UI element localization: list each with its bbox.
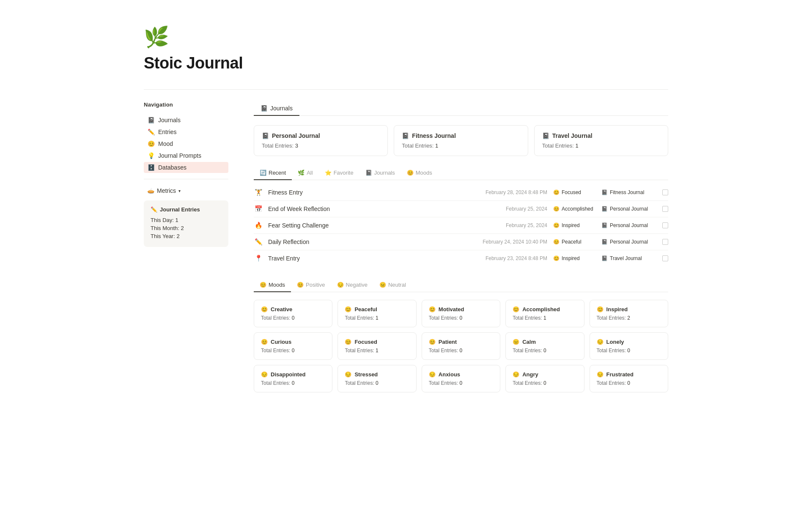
mood-card[interactable]: 😊 Focused Total Entries: 1: [337, 332, 416, 360]
mood-card-icon: 😊: [345, 306, 351, 312]
entry-icon: 📅: [254, 205, 263, 213]
filter-icon: ⭐: [325, 170, 332, 176]
journal-icon: 📓: [601, 222, 608, 228]
journal-card[interactable]: 📓 Personal Journal Total Entries: 3: [254, 125, 388, 156]
mood-filter-tab-moods-all[interactable]: 😊 Moods: [254, 278, 291, 292]
journal-card[interactable]: 📓 Fitness Journal Total Entries: 1: [394, 125, 528, 156]
journal-icon: 📓: [601, 255, 608, 261]
sidebar-item-label: Databases: [158, 164, 187, 171]
mood-card-icon: 😊: [597, 306, 604, 312]
journal-icon: 📓: [601, 239, 608, 245]
entry-journal: 📓 Personal Journal: [601, 222, 656, 228]
entry-row[interactable]: ✏️ Daily Reflection February 24, 2024 10…: [254, 234, 668, 250]
mood-card[interactable]: 😊 Motivated Total Entries: 0: [422, 300, 500, 327]
mood-card-count: Total Entries: 0: [513, 380, 577, 386]
entry-date: February 23, 2024 8:48 PM: [475, 255, 547, 261]
mood-card[interactable]: 😐 Calm Total Entries: 0: [505, 332, 584, 360]
mood-card-icon: 😊: [261, 306, 268, 312]
mood-card[interactable]: 😔 Lonely Total Entries: 0: [590, 332, 668, 360]
mood-card-count: Total Entries: 0: [597, 348, 661, 354]
mood-icon: 😊: [553, 222, 560, 228]
entries-icon: ✏️: [147, 129, 155, 135]
mood-card[interactable]: 😊 Curious Total Entries: 0: [254, 332, 332, 360]
mood-card-title: 😔 Angry: [513, 371, 577, 378]
mood-card[interactable]: 😔 Anxious Total Entries: 0: [422, 365, 500, 392]
mood-card[interactable]: 😔 Angry Total Entries: 0: [505, 365, 584, 392]
sidebar-item-journals[interactable]: 📓 Journals: [144, 115, 228, 126]
mood-tab-icon: 😊: [297, 282, 304, 288]
metrics-section: 🥧 Metrics ▾ ✏️ Journal Entries This Day:…: [144, 185, 228, 247]
mood-tab-icon: 😐: [379, 282, 386, 288]
mood-card-title: 😔 Disappointed: [261, 371, 325, 378]
filter-icon: 🔄: [260, 170, 266, 176]
this-day-stat: This Day: 1: [151, 217, 222, 223]
entry-checkbox[interactable]: [662, 189, 668, 195]
sidebar-item-entries[interactable]: ✏️ Entries: [144, 126, 228, 137]
entry-checkbox[interactable]: [662, 206, 668, 212]
sidebar-item-label: Journal Prompts: [158, 152, 201, 159]
sidebar-item-databases[interactable]: 🗄️ Databases: [144, 162, 228, 173]
journal-tab-icon: 📓: [261, 105, 268, 112]
mood-card-title: 😊 Peaceful: [345, 306, 409, 312]
entry-row[interactable]: 🔥 Fear Setting Challenge February 25, 20…: [254, 217, 668, 234]
mood-card-icon: 😐: [513, 339, 519, 345]
sidebar-item-mood[interactable]: 😊 Mood: [144, 138, 228, 149]
mood-card-icon: 😊: [345, 339, 351, 345]
mood-filter-tab-neutral[interactable]: 😐 Neutral: [373, 278, 412, 292]
entry-row[interactable]: 📍 Travel Entry February 23, 2024 8:48 PM…: [254, 250, 668, 266]
journal-icon: 📓: [262, 132, 269, 139]
mood-filter-tab-positive[interactable]: 😊 Positive: [291, 278, 331, 292]
sidebar-divider: [144, 179, 228, 179]
mood-card-count: Total Entries: 1: [345, 348, 409, 354]
mood-card-title: 😊 Focused: [345, 339, 409, 345]
entry-journal: 📓 Personal Journal: [601, 206, 656, 212]
entry-checkbox[interactable]: [662, 255, 668, 261]
mood-card-title: 😔 Frustrated: [597, 371, 661, 378]
mood-card[interactable]: 😊 Creative Total Entries: 0: [254, 300, 332, 327]
filter-tab-moods-tab[interactable]: 😊 Moods: [401, 166, 438, 180]
entry-mood: 😊 Inspired: [553, 255, 595, 261]
mood-card-count: Total Entries: 0: [261, 315, 325, 321]
entry-row[interactable]: 🏋️ Fitness Entry February 28, 2024 8:48 …: [254, 184, 668, 201]
journal-card[interactable]: 📓 Travel Journal Total Entries: 1: [534, 125, 668, 156]
mood-card[interactable]: 😔 Disappointed Total Entries: 0: [254, 365, 332, 392]
mood-card-count: Total Entries: 1: [345, 315, 409, 321]
metrics-toggle[interactable]: 🥧 Metrics ▾: [144, 185, 228, 196]
mood-icon: 😊: [553, 206, 560, 212]
filter-tab-journals[interactable]: 📓 Journals: [359, 166, 401, 180]
filter-tab-all[interactable]: 🌿 All: [292, 166, 318, 180]
journal-icon: 📓: [601, 189, 608, 195]
mood-icon: 😊: [553, 189, 560, 195]
entry-date: February 25, 2024: [475, 222, 547, 228]
tab-journals[interactable]: 📓 Journals: [254, 101, 299, 116]
this-year-stat: This Year: 2: [151, 233, 222, 239]
mood-card[interactable]: 😊 Peaceful Total Entries: 1: [337, 300, 416, 327]
sidebar-item-journal-prompts[interactable]: 💡 Journal Prompts: [144, 150, 228, 161]
mood-card-title: 😊 Curious: [261, 339, 325, 345]
mood-card-count: Total Entries: 0: [513, 348, 577, 354]
entry-date: February 24, 2024 10:40 PM: [475, 239, 547, 245]
entry-checkbox[interactable]: [662, 239, 668, 245]
entry-row[interactable]: 📅 End of Week Reflection February 25, 20…: [254, 201, 668, 217]
entry-journal: 📓 Personal Journal: [601, 239, 656, 245]
moods-section: 😊 Moods 😊 Positive 😔 Negative 😐 Neutral …: [254, 278, 668, 392]
entry-checkbox[interactable]: [662, 222, 668, 228]
mood-card[interactable]: 😔 Frustrated Total Entries: 0: [590, 365, 668, 392]
mood-card[interactable]: 😊 Accomplished Total Entries: 1: [505, 300, 584, 327]
mood-icon: 😊: [147, 140, 155, 147]
filter-tab-favorite[interactable]: ⭐ Favorite: [319, 166, 359, 180]
journal-card-title: 📓 Travel Journal: [542, 132, 660, 139]
journal-icon: 📓: [601, 206, 608, 212]
journal-card-count: Total Entries: 3: [262, 143, 380, 149]
mood-card[interactable]: 😊 Inspired Total Entries: 2: [590, 300, 668, 327]
filter-tab-recent[interactable]: 🔄 Recent: [254, 166, 292, 180]
entry-name: Travel Entry: [268, 255, 470, 262]
mood-card-count: Total Entries: 2: [597, 315, 661, 321]
pie-icon: 🥧: [147, 187, 154, 194]
mood-card[interactable]: 😊 Patient Total Entries: 0: [422, 332, 500, 360]
mood-card[interactable]: 😔 Stressed Total Entries: 0: [337, 365, 416, 392]
mood-filter-tab-negative[interactable]: 😔 Negative: [331, 278, 373, 292]
mood-card-title: 😊 Motivated: [429, 306, 493, 312]
mood-icon: 😊: [553, 239, 560, 245]
entry-name: End of Week Reflection: [268, 206, 470, 212]
